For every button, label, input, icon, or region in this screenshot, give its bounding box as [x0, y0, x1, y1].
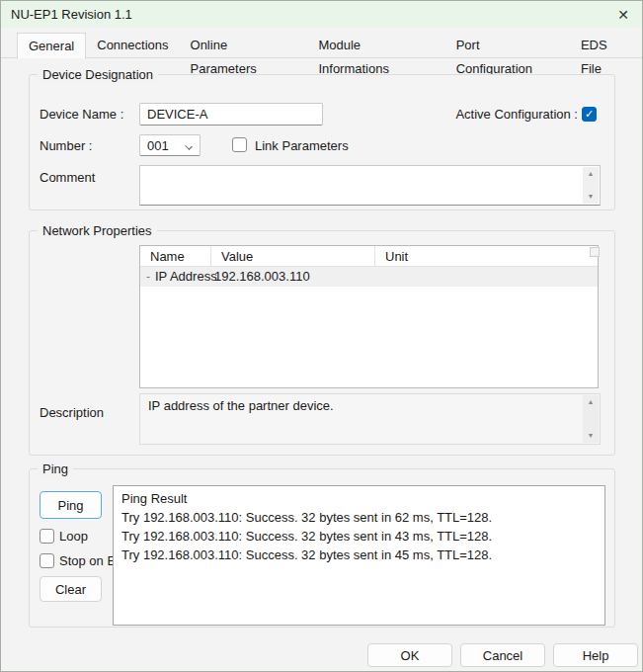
title-bar: NU-EP1 Revision 1.1 ✕ — [1, 1, 642, 28]
device-name-label: Device Name : — [40, 103, 123, 126]
number-label: Number : — [40, 134, 92, 157]
properties-table: Name Value Unit - IP Address 192.168.003… — [139, 245, 599, 388]
device-designation-label: Device Designation — [38, 66, 158, 83]
table-row[interactable]: - IP Address 192.168.003.110 — [140, 267, 598, 287]
number-dropdown[interactable]: 001 — [139, 134, 201, 156]
tab-general[interactable]: General — [17, 33, 86, 58]
tab-eds-file[interactable]: EDS File — [570, 34, 642, 57]
column-header-name[interactable]: Name — [140, 246, 211, 266]
description-text: IP address of the partner device. — [148, 398, 334, 413]
tree-collapse-icon[interactable]: - — [146, 267, 150, 287]
stop-on-error-checkbox[interactable] — [40, 553, 54, 568]
loop-checkbox[interactable] — [40, 529, 54, 544]
column-header-unit[interactable]: Unit — [375, 246, 598, 266]
ping-result-line: Try 192.168.003.110: Success. 32 bytes s… — [121, 546, 597, 564]
scroll-up-icon[interactable]: ▲ — [583, 395, 599, 409]
tab-connections[interactable]: Connections — [86, 34, 179, 57]
ping-result-box[interactable]: Ping Result Try 192.168.003.110: Success… — [113, 485, 605, 626]
check-icon: ✓ — [585, 109, 594, 120]
ping-result-line: Try 192.168.003.110: Success. 32 bytes s… — [121, 508, 597, 527]
comment-textarea[interactable]: ▲ ▼ — [139, 165, 601, 206]
link-parameters-checkbox[interactable] — [232, 137, 247, 152]
chevron-down-icon — [185, 142, 193, 150]
table-corner-box — [590, 247, 600, 257]
cancel-button[interactable]: Cancel — [460, 643, 545, 667]
tab-module-informations[interactable]: Module Informations — [307, 34, 444, 57]
ping-button[interactable]: Ping — [40, 491, 102, 519]
property-value: 192.168.003.110 — [214, 267, 310, 287]
clear-button[interactable]: Clear — [40, 576, 102, 602]
ping-group-label: Ping — [38, 461, 73, 477]
ping-group: Ping Ping Loop Stop on Error Clear Ping … — [29, 468, 615, 628]
ping-result-line: Ping Result — [121, 489, 597, 508]
active-configuration-label: Active Configuration : — [455, 103, 578, 126]
tab-online-parameters[interactable]: Online Parameters — [180, 34, 308, 57]
property-name: IP Address — [155, 267, 217, 287]
description-box: IP address of the partner device. ▲ ▼ — [139, 393, 601, 445]
number-value: 001 — [147, 138, 169, 153]
window-title: NU-EP1 Revision 1.1 — [11, 7, 132, 22]
description-scrollbar[interactable]: ▲ ▼ — [583, 395, 599, 443]
dialog-window: NU-EP1 Revision 1.1 ✕ General Connection… — [0, 0, 643, 672]
close-icon[interactable]: ✕ — [604, 1, 642, 28]
device-designation-group: Device Designation Device Name : Active … — [29, 74, 615, 210]
ok-button[interactable]: OK — [367, 643, 452, 667]
link-parameters-label: Link Parameters — [255, 134, 349, 157]
network-properties-group: Network Properties Name Value Unit - IP … — [29, 230, 615, 456]
active-configuration-checkbox[interactable]: ✓ — [582, 107, 597, 122]
device-name-input[interactable] — [139, 103, 323, 126]
help-button[interactable]: Help — [553, 643, 638, 667]
table-header-row: Name Value Unit — [140, 246, 598, 267]
column-header-value[interactable]: Value — [211, 246, 375, 266]
comment-scrollbar[interactable]: ▲ ▼ — [583, 167, 599, 204]
loop-label: Loop — [59, 525, 88, 547]
comment-label: Comment — [40, 166, 95, 189]
scroll-down-icon[interactable]: ▼ — [583, 190, 599, 204]
tab-bar: General Connections Online Parameters Mo… — [1, 28, 642, 58]
description-label: Description — [40, 401, 104, 424]
scroll-up-icon[interactable]: ▲ — [583, 167, 599, 181]
ping-result-line: Try 192.168.003.110: Success. 32 bytes s… — [121, 527, 597, 546]
tab-port-configuration[interactable]: Port Configuration — [445, 34, 570, 57]
network-properties-label: Network Properties — [38, 222, 157, 239]
scroll-down-icon[interactable]: ▼ — [583, 429, 599, 443]
